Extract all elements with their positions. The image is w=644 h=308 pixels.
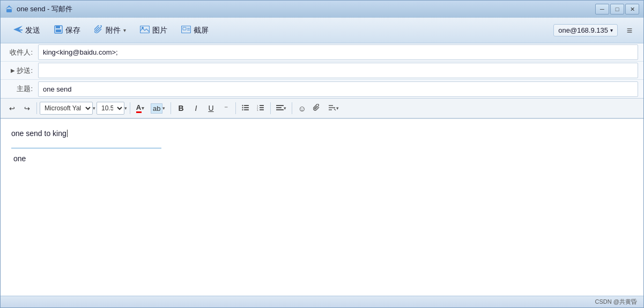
save-label: 保存	[65, 26, 80, 35]
svg-rect-1	[6, 9, 12, 12]
status-bar: CSDN @共黄昏	[1, 296, 643, 307]
to-input[interactable]	[38, 44, 638, 60]
send-button[interactable]: 发送	[7, 22, 46, 39]
separator-4	[235, 102, 236, 114]
more-tools-icon	[328, 104, 336, 112]
subject-input[interactable]	[38, 81, 638, 97]
highlight-button[interactable]: ab ▾	[148, 101, 168, 115]
send-icon	[13, 25, 23, 36]
email-editor[interactable]: one send to king one	[1, 119, 643, 296]
separator-6	[292, 102, 292, 114]
underline-button[interactable]: U	[204, 101, 218, 115]
editor-content: one send to king one	[11, 127, 633, 165]
highlight-dropdown: ▾	[162, 106, 165, 111]
bold-button[interactable]: B	[174, 101, 188, 115]
title-bar: one send - 写邮件 ─ □ ✕	[1, 1, 643, 18]
attach-dropdown-arrow[interactable]: ▾	[123, 27, 126, 33]
email-body-text: one send to king	[11, 127, 633, 139]
format-toolbar: ↩ ↪ Microsoft Yal ▾ 10.5 ▾ A ▾ ab ▾	[1, 99, 643, 119]
cc-label-text: 抄送:	[17, 66, 33, 76]
emoji-button[interactable]: ☺	[295, 101, 309, 115]
main-toolbar: 发送 保存 附件 ▾ 图片 截屏	[1, 18, 643, 43]
image-label: 图片	[152, 26, 167, 35]
numbered-list-icon: 1.2.3.	[257, 104, 264, 112]
svg-rect-6	[56, 29, 61, 32]
send-label: 发送	[25, 26, 40, 35]
underline-icon: U	[208, 104, 213, 112]
italic-icon: I	[195, 104, 197, 112]
italic-button[interactable]: I	[189, 101, 203, 115]
minimize-button[interactable]: ─	[595, 4, 609, 14]
separator-3	[171, 102, 171, 114]
font-color-bar	[136, 111, 142, 113]
svg-rect-18	[244, 109, 249, 110]
screenshot-icon	[181, 26, 191, 35]
svg-rect-24	[260, 109, 264, 110]
bullet-list-button[interactable]	[239, 101, 253, 115]
font-size-dropdown-arrow: ▾	[124, 106, 127, 111]
attach-icon	[94, 25, 103, 36]
subject-label: 主题:	[1, 84, 38, 94]
undo-button[interactable]: ↩	[5, 101, 19, 115]
screenshot-button[interactable]: 截屏	[175, 23, 214, 38]
svg-rect-26	[276, 107, 282, 108]
font-size-select[interactable]: 10.5	[97, 102, 124, 115]
emoji-icon: ☺	[298, 104, 306, 113]
undo-icon: ↩	[9, 104, 15, 112]
cc-input[interactable]	[38, 63, 638, 78]
to-label: 收件人:	[1, 48, 38, 57]
window-title: one send - 写邮件	[17, 4, 595, 14]
email-header-fields: 收件人: ▶ 抄送: 主题:	[1, 43, 643, 99]
svg-rect-5	[56, 26, 60, 28]
svg-rect-16	[244, 107, 249, 108]
window-icon	[5, 5, 13, 13]
highlight-icon: ab	[151, 103, 162, 114]
email-compose-window: one send - 写邮件 ─ □ ✕ 发送 保存 附件 ▾	[0, 0, 644, 308]
font-color-button[interactable]: A ▾	[133, 101, 147, 115]
cc-label: ▶ 抄送:	[1, 66, 38, 76]
more-tools-button[interactable]: ▾	[325, 101, 342, 115]
to-field-row: 收件人:	[1, 43, 643, 62]
attach-button[interactable]: 附件 ▾	[88, 22, 132, 39]
subject-field-row: 主题:	[1, 80, 643, 98]
svg-rect-27	[276, 109, 284, 110]
save-button[interactable]: 保存	[48, 22, 86, 39]
menu-lines-icon: ≡	[627, 26, 633, 35]
inline-attach-button[interactable]	[310, 101, 324, 115]
align-button[interactable]: ▾	[273, 101, 289, 115]
numbered-list-button[interactable]: 1.2.3.	[254, 101, 268, 115]
image-icon	[140, 26, 150, 35]
svg-text:3.: 3.	[257, 109, 258, 111]
redo-button[interactable]: ↪	[20, 101, 34, 115]
font-color-dropdown: ▾	[142, 106, 144, 111]
separator-5	[270, 102, 271, 114]
close-button[interactable]: ✕	[625, 4, 639, 14]
account-selector[interactable]: one@168.9.135 ▾	[553, 24, 618, 36]
svg-marker-0	[5, 5, 13, 9]
separator-2	[130, 102, 130, 114]
svg-rect-3	[17, 29, 23, 31]
image-button[interactable]: 图片	[134, 23, 173, 38]
menu-button[interactable]: ≡	[622, 23, 637, 38]
maximize-button[interactable]: □	[610, 4, 624, 14]
cc-field-row: ▶ 抄送:	[1, 62, 643, 80]
svg-rect-10	[183, 27, 186, 30]
svg-rect-20	[260, 105, 264, 106]
signature-divider	[11, 148, 161, 148]
save-icon	[54, 25, 63, 36]
svg-point-13	[242, 104, 243, 106]
cc-expand-arrow[interactable]: ▶	[11, 67, 15, 73]
bullet-list-icon	[242, 104, 249, 112]
more-tools-dropdown: ▾	[336, 106, 339, 111]
strikethrough-button[interactable]: ⁻	[219, 101, 233, 115]
svg-rect-14	[244, 105, 249, 106]
svg-point-15	[242, 107, 243, 108]
window-controls: ─ □ ✕	[595, 4, 639, 14]
strikethrough-icon: ⁻	[224, 104, 228, 112]
screenshot-label: 截屏	[194, 26, 209, 35]
inline-attach-icon	[313, 104, 321, 113]
redo-icon: ↪	[24, 104, 30, 112]
separator-1	[36, 102, 37, 114]
font-name-select[interactable]: Microsoft Yal	[40, 102, 93, 115]
align-icon	[276, 104, 284, 112]
